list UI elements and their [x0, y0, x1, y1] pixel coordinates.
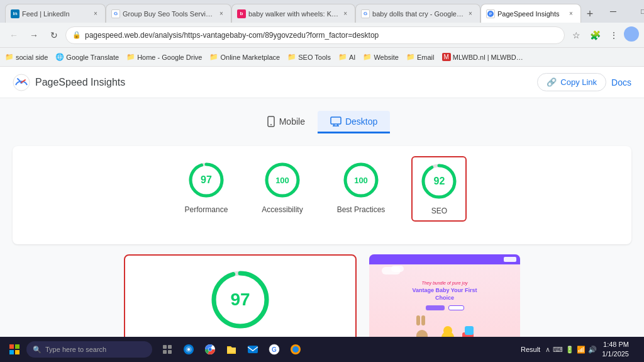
bookmark-google-translate[interactable]: 🌐 Google Translate	[55, 53, 119, 61]
tab-close-groupbuy[interactable]: ×	[217, 9, 226, 18]
tab-desktop-label: Desktop	[345, 116, 377, 127]
taskbar-search-bar[interactable]: 🔍 Type here to search	[26, 341, 152, 358]
bookmark-star-button[interactable]: ☆	[567, 26, 585, 44]
score-cards-row: 97 Performance 100 Accessi	[31, 156, 613, 222]
tab-title-linkedin: Feed | LinkedIn	[22, 10, 89, 18]
score-card-best-practices[interactable]: 100 Best Practices	[330, 156, 393, 222]
taskbar-app-explorer[interactable]	[221, 339, 242, 359]
clock-time: 1:48 PM	[603, 340, 629, 349]
tab-baby-walker[interactable]: b baby walker with wheels: K… ×	[231, 4, 355, 23]
tab-close-baby-dolls[interactable]: ×	[466, 9, 475, 18]
tab-pagespeed[interactable]: P PageSpeed Insights ×	[480, 4, 581, 23]
profile-button[interactable]	[624, 26, 639, 42]
psi-main: Mobile Desktop	[0, 98, 644, 337]
tab-close-pagespeed[interactable]: ×	[567, 9, 575, 18]
score-label-accessibility: Accessibility	[262, 205, 303, 214]
page-content: PageSpeed Insights 🔗 Copy Link Docs	[0, 67, 644, 337]
docs-button[interactable]: Docs	[611, 77, 631, 88]
taskbar-app-mail[interactable]	[243, 339, 263, 359]
system-tray: ∧ ⌨ 🔋 📶 🔊	[545, 346, 597, 354]
bookmark-ai[interactable]: 📁 AI	[338, 53, 355, 61]
svg-text:G: G	[272, 346, 277, 353]
tab-close-linkedin[interactable]: ×	[91, 9, 100, 18]
tab-title-groupbuy: Group Buy Seo Tools Servic…	[123, 10, 214, 18]
taskbar-app-cortana[interactable]	[179, 339, 199, 359]
tab-mobile-label: Mobile	[279, 116, 305, 127]
bookmark-mlwbd-icon: M	[442, 53, 451, 61]
bookmark-ai-label: AI	[349, 54, 355, 61]
clock[interactable]: 1:48 PM 1/1/2025	[602, 340, 629, 359]
mode-tabs: Mobile Desktop	[13, 111, 631, 133]
bookmark-mlwbd-label: MLWBD.nl | MLWBD…	[453, 54, 523, 61]
tray-network-icon[interactable]: 📶	[577, 346, 586, 354]
svg-point-38	[292, 346, 299, 353]
title-bar: in Feed | LinkedIn × G Group Buy Seo Too…	[0, 0, 644, 23]
bookmark-social-side-label: social side	[16, 54, 48, 61]
tray-keyboard-icon[interactable]: ⌨	[553, 346, 563, 354]
tray-volume-icon[interactable]: 🔊	[588, 346, 597, 354]
bookmark-marketplace[interactable]: 📁 Online Marketplace	[209, 53, 280, 61]
tab-linkedin[interactable]: in Feed | LinkedIn ×	[5, 4, 106, 23]
score-value-accessibility: 100	[275, 176, 289, 185]
bookmark-website[interactable]: 📁 Website	[363, 53, 399, 61]
svg-point-33	[209, 348, 212, 351]
bookmark-website-label: Website	[374, 54, 399, 61]
svg-rect-23	[15, 350, 19, 354]
svg-rect-21	[15, 344, 19, 349]
taskbar: 🔍 Type here to search	[0, 337, 644, 362]
bookmark-translate-label: Google Translate	[66, 54, 119, 61]
bookmark-seo-tools[interactable]: 📁 SEO Tools	[287, 53, 331, 61]
search-icon: 🔍	[33, 346, 42, 354]
reload-button[interactable]: ↻	[45, 26, 63, 44]
result-label: Result	[521, 346, 540, 353]
tray-battery-icon[interactable]: 🔋	[565, 346, 574, 354]
maximize-button[interactable]: □	[629, 2, 644, 21]
tab-groupbuy[interactable]: G Group Buy Seo Tools Servic… ×	[106, 4, 231, 23]
start-button[interactable]	[5, 340, 24, 359]
tray-chevron-icon[interactable]: ∧	[545, 346, 550, 354]
score-card-performance[interactable]: 97 Performance	[177, 156, 236, 222]
back-button[interactable]: ←	[5, 26, 23, 44]
score-value-performance: 97	[201, 174, 212, 186]
svg-rect-25	[168, 345, 172, 349]
bookmark-marketplace-label: Online Marketplace	[220, 54, 280, 61]
bookmark-seo-label: SEO Tools	[298, 54, 331, 61]
extensions-button[interactable]: 🧩	[586, 26, 604, 44]
more-button[interactable]: ⋮	[605, 26, 623, 44]
svg-rect-24	[163, 345, 167, 349]
taskbar-app-google[interactable]: G	[264, 339, 284, 359]
minimize-button[interactable]: ─	[599, 2, 628, 21]
new-tab-button[interactable]: +	[581, 5, 599, 23]
svg-rect-20	[9, 344, 14, 349]
psi-header: PageSpeed Insights 🔗 Copy Link Docs	[0, 67, 644, 98]
tab-mobile[interactable]: Mobile	[254, 111, 318, 133]
tab-desktop[interactable]: Desktop	[318, 111, 390, 133]
toolbar: ← → ↻ 🔒 pagespeed.web.dev/analysis/https…	[0, 23, 644, 48]
content-row: 97 Performance Values are estimated and …	[13, 254, 631, 337]
bookmark-translate-icon: 🌐	[55, 53, 64, 61]
svg-text:P: P	[489, 12, 492, 16]
show-desktop-button[interactable]	[634, 339, 639, 359]
bookmark-seo-icon: 📁	[287, 53, 296, 61]
bookmark-social-side[interactable]: 📁 social side	[5, 53, 48, 61]
tab-close-baby-walker[interactable]: ×	[341, 9, 350, 18]
tab-baby-dolls[interactable]: G baby dolls that cry - Google… ×	[355, 4, 480, 23]
forward-button[interactable]: →	[25, 26, 43, 44]
score-card-accessibility[interactable]: 100 Accessibility	[254, 156, 310, 222]
taskbar-app-firefox[interactable]	[286, 339, 306, 359]
score-circle-performance: 97	[187, 161, 225, 199]
copy-link-icon: 🔗	[547, 77, 557, 87]
address-bar[interactable]: 🔒 pagespeed.web.dev/analysis/https-vanta…	[65, 26, 565, 44]
bookmark-google-drive[interactable]: 📁 Home - Google Drive	[126, 53, 202, 61]
copy-link-button[interactable]: 🔗 Copy Link	[537, 73, 606, 91]
taskbar-app-multiview[interactable]	[157, 339, 177, 359]
bookmark-drive-icon: 📁	[126, 53, 135, 61]
bookmark-email[interactable]: 📁 Email	[406, 53, 435, 61]
desktop-icon	[330, 116, 341, 127]
score-card-seo[interactable]: 92 SEO	[411, 156, 467, 222]
bookmark-drive-label: Home - Google Drive	[137, 54, 202, 61]
taskbar-app-chrome[interactable]	[200, 339, 220, 359]
search-bar-placeholder: Type here to search	[45, 346, 106, 353]
bookmark-website-icon: 📁	[363, 53, 372, 61]
bookmark-mlwbd[interactable]: M MLWBD.nl | MLWBD…	[442, 53, 523, 61]
